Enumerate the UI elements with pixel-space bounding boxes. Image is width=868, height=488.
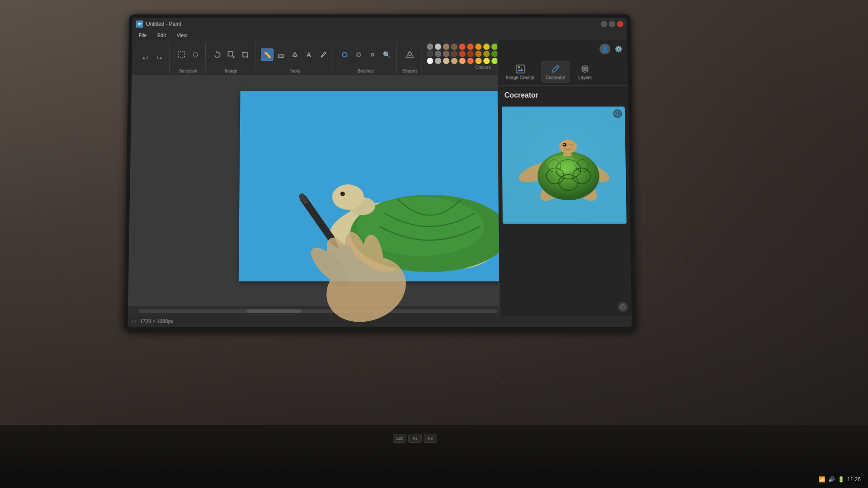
maximize-button[interactable] xyxy=(609,21,615,27)
svg-rect-1 xyxy=(138,23,142,23)
ribbon-tools-group: ✏️ A Tools xyxy=(257,42,333,74)
horizontal-scrollbar[interactable] xyxy=(137,307,499,315)
svg-rect-4 xyxy=(228,52,232,56)
ribbon-brushes-group: 🔍 Brushes xyxy=(335,42,397,74)
image-tools-row xyxy=(211,42,251,68)
ai-preview xyxy=(502,107,627,224)
image-label: Image xyxy=(225,69,237,74)
h-scroll-thumb[interactable] xyxy=(246,310,301,313)
user-avatar[interactable]: 👤 xyxy=(599,43,610,54)
svg-rect-21 xyxy=(516,65,524,73)
color-swatch-white[interactable] xyxy=(427,58,433,64)
menu-bar: File Edit View xyxy=(132,30,627,40)
eyedropper-button[interactable] xyxy=(316,48,329,61)
key-f1[interactable]: F1 xyxy=(408,434,422,443)
color-swatch[interactable] xyxy=(435,51,441,57)
panel-header: Cocreator xyxy=(498,86,628,103)
minimize-button[interactable] xyxy=(601,21,607,27)
color-swatch[interactable] xyxy=(443,43,449,50)
screen-bezel: Untitled - Paint File Edit View ↩ ↪ xyxy=(124,14,636,331)
app-icon xyxy=(136,20,143,28)
pencil-button[interactable]: ✏️ xyxy=(261,48,274,61)
settings-icon[interactable]: ⚙️ xyxy=(613,43,624,54)
selection-rect-button[interactable] xyxy=(175,48,188,61)
key-esc[interactable]: Esc xyxy=(393,434,406,443)
svg-point-20 xyxy=(341,192,343,194)
color-swatch[interactable] xyxy=(443,58,449,64)
brush-1-button[interactable] xyxy=(339,48,351,61)
color-swatch[interactable] xyxy=(483,58,490,64)
layers-label: Layers xyxy=(578,75,592,80)
menu-edit[interactable]: Edit xyxy=(155,32,169,39)
preview-info-button[interactable]: ⓘ xyxy=(613,109,622,118)
color-swatch[interactable] xyxy=(483,51,490,57)
cocreator-label: Cocreator xyxy=(546,75,566,80)
panel-content: ⓘ xyxy=(498,103,632,298)
tool-tabs-row: Image Creator Cocreator Layers xyxy=(498,58,628,86)
battery-icon: 🔋 xyxy=(838,476,844,483)
color-swatch[interactable] xyxy=(459,58,466,64)
crop-button[interactable] xyxy=(239,48,251,61)
brush-3-button[interactable] xyxy=(366,48,379,61)
layers-icon xyxy=(580,64,590,75)
color-swatch[interactable] xyxy=(451,51,458,57)
panel-bottom-info-button[interactable]: ⓘ xyxy=(618,302,628,312)
color-swatch[interactable] xyxy=(475,51,481,57)
color-swatch[interactable] xyxy=(443,51,449,57)
color-swatch[interactable] xyxy=(435,58,441,64)
redo-button[interactable]: ↪ xyxy=(153,52,165,64)
svg-point-18 xyxy=(332,184,364,210)
magnify-button[interactable]: 🔍 xyxy=(380,48,393,61)
color-swatch[interactable] xyxy=(491,43,498,50)
h-scroll-track[interactable] xyxy=(139,310,497,313)
color-swatch[interactable] xyxy=(491,51,498,57)
ribbon-shapes-group: Shapes xyxy=(399,42,422,74)
tools-row: ✏️ A xyxy=(261,42,329,68)
cocreator-icon xyxy=(550,64,561,75)
resize-button[interactable] xyxy=(225,48,237,61)
title-bar: Untitled - Paint xyxy=(132,18,627,30)
svg-point-16 xyxy=(357,197,485,256)
color-swatch[interactable] xyxy=(467,43,473,50)
brushes-row: 🔍 xyxy=(339,42,393,68)
color-swatch[interactable] xyxy=(483,43,490,50)
eraser-button[interactable] xyxy=(275,48,288,61)
color-swatch[interactable] xyxy=(459,43,465,50)
fill-button[interactable] xyxy=(288,48,301,61)
shapes-label: Shapes xyxy=(402,69,418,74)
tab-cocreator[interactable]: Cocreator xyxy=(541,61,570,83)
undo-button[interactable]: ↩ xyxy=(139,52,152,64)
text-button[interactable]: A xyxy=(302,48,315,61)
color-swatch[interactable] xyxy=(467,58,474,64)
color-swatch[interactable] xyxy=(475,43,481,50)
close-button[interactable] xyxy=(617,21,623,27)
color-swatch[interactable] xyxy=(467,51,473,57)
tab-image-creator[interactable]: Image Creator xyxy=(501,61,539,83)
status-bar: □ 1728 × 1080px xyxy=(127,316,632,327)
svg-point-7 xyxy=(343,52,347,57)
svg-point-8 xyxy=(357,53,360,56)
svg-rect-2 xyxy=(138,24,141,25)
rotate-button[interactable] xyxy=(211,48,224,61)
drawing-canvas[interactable] xyxy=(239,91,530,282)
color-swatch[interactable] xyxy=(451,58,458,64)
image-creator-icon xyxy=(515,64,526,75)
color-swatch[interactable] xyxy=(491,58,498,64)
color-swatch[interactable] xyxy=(427,51,433,57)
brush-2-button[interactable] xyxy=(352,48,365,61)
shape-button[interactable] xyxy=(404,48,416,61)
svg-point-22 xyxy=(518,66,520,68)
panel-bottom: ⓘ xyxy=(500,298,632,316)
color-swatch[interactable] xyxy=(427,43,433,50)
ribbon-clipboard-group: ↩ ↪ xyxy=(135,42,170,74)
selection-label: Selection xyxy=(179,69,198,74)
color-swatch[interactable] xyxy=(459,51,466,57)
color-swatch[interactable] xyxy=(475,58,481,64)
selection-freeform-button[interactable] xyxy=(189,48,202,61)
menu-view[interactable]: View xyxy=(174,32,190,39)
color-swatch[interactable] xyxy=(451,43,458,50)
key-f2[interactable]: F2 xyxy=(424,434,437,443)
menu-file[interactable]: File xyxy=(136,32,150,39)
color-swatch[interactable] xyxy=(435,43,441,50)
tab-layers[interactable]: Layers xyxy=(571,61,599,83)
